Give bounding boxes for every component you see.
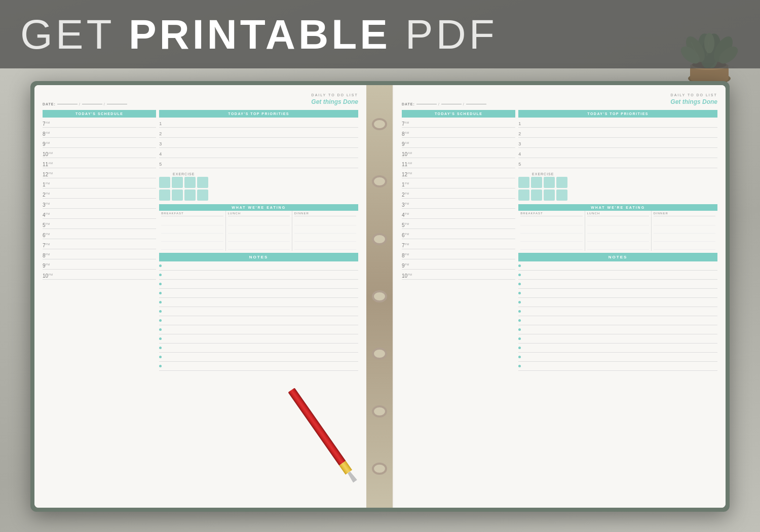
note-line (518, 271, 717, 280)
note-line (159, 261, 358, 271)
right-priorities-list: 12345 (518, 118, 717, 168)
left-date-label: DATE: (43, 102, 56, 106)
note-line (159, 280, 358, 289)
left-priorities-list: 12345 (159, 118, 358, 168)
left-meal-header: WHAT WE'RE EATING (159, 204, 358, 211)
time-entry: 2PM (402, 188, 515, 199)
note-line (518, 307, 717, 316)
note-line (159, 362, 358, 371)
right-priorities-header: TODAY'S TOP PRIORITIES (518, 110, 717, 118)
left-schedule-header: TODAY'S SCHEDULE (43, 110, 156, 118)
r-exercise-box-1 (518, 177, 529, 188)
right-notes-header: NOTES (518, 253, 717, 261)
right-meal-cols: BREAKFAST LUNCH (518, 211, 717, 251)
left-tagline: Get things Done (311, 98, 358, 105)
left-date-row: DATE: / / DAILY TO DO LIST Get things Do… (43, 93, 358, 107)
time-entry: 9PM (402, 259, 515, 270)
note-line (159, 298, 358, 307)
time-entry: 11AM (402, 158, 515, 168)
right-date-month (441, 104, 462, 104)
right-notes-lines (518, 261, 717, 371)
left-priorities-header: TODAY'S TOP PRIORITIES (159, 110, 358, 118)
priority-entry: 1 (518, 118, 717, 128)
right-date-field: DATE: / / (402, 102, 486, 106)
right-date-year (466, 104, 486, 104)
note-line (518, 353, 717, 362)
time-entry: 12PM (402, 168, 515, 178)
time-entry: 11AM (43, 158, 156, 168)
right-schedule-times: 7AM8AM9AM10AM11AM12PM1PM2PM3PM4PM5PM6PM7… (402, 118, 515, 503)
exercise-box-5 (159, 189, 170, 201)
title-suffix: PDF (391, 11, 498, 57)
r-exercise-box-4 (556, 177, 567, 188)
time-entry: 8PM (43, 249, 156, 259)
right-date-label: DATE: (402, 102, 415, 106)
exercise-box-4 (197, 177, 208, 188)
left-date-field: DATE: / / (43, 102, 127, 106)
right-meal-breakfast: BREAKFAST (518, 211, 585, 251)
priority-entry: 3 (159, 138, 358, 148)
header-banner: GET PRINTABLE PDF (0, 0, 760, 68)
time-entry: 12PM (43, 168, 156, 178)
title-prefix: GET (20, 11, 129, 57)
time-entry: 5PM (402, 219, 515, 229)
left-date-underline (57, 104, 78, 104)
ring-2 (372, 175, 387, 187)
time-entry: 8PM (402, 249, 515, 259)
exercise-box-7 (184, 189, 196, 201)
note-line (518, 289, 717, 298)
left-todo-title: DAILY TO DO LIST Get things Done (311, 93, 358, 106)
right-exercise-row1 (518, 177, 567, 188)
time-entry: 6PM (402, 229, 515, 239)
ring-4 (372, 290, 387, 302)
time-entry: 10AM (402, 148, 515, 158)
time-entry: 1PM (402, 178, 515, 188)
time-entry: 8AM (402, 128, 515, 138)
left-exercise-row2 (159, 189, 208, 201)
right-meal-section: WHAT WE'RE EATING BREAKFAST (518, 204, 717, 251)
note-line (518, 316, 717, 325)
right-todo-title: DAILY TO DO LIST Get things Done (670, 93, 717, 106)
note-line (159, 334, 358, 344)
time-entry: 4PM (43, 209, 156, 219)
left-exercise-label: EXERCISE (159, 172, 208, 176)
time-entry: 2PM (43, 188, 156, 199)
time-entry: 10AM (43, 148, 156, 158)
r-exercise-box-7 (544, 189, 555, 201)
left-date-month (82, 104, 102, 104)
right-date-row: DATE: / / DAILY TO DO LIST Get things Do… (402, 93, 717, 107)
time-entry: 3PM (43, 199, 156, 209)
header-title: GET PRINTABLE PDF (20, 11, 498, 58)
note-line (518, 298, 717, 307)
note-line (518, 325, 717, 334)
left-date-year (107, 104, 127, 104)
note-line (518, 334, 717, 344)
right-exercise-section: EXERCISE (518, 172, 717, 202)
ring-5 (372, 348, 387, 360)
note-line (518, 280, 717, 289)
priority-entry: 5 (159, 158, 358, 168)
time-entry: 5PM (43, 219, 156, 229)
left-exercise-row1 (159, 177, 208, 188)
note-line (518, 261, 717, 271)
exercise-box-6 (172, 189, 183, 201)
right-exercise-boxes: EXERCISE (518, 172, 567, 202)
time-entry: 9AM (43, 138, 156, 148)
priority-entry: 3 (518, 138, 717, 148)
right-meal-header: WHAT WE'RE EATING (518, 204, 717, 211)
note-line (518, 362, 717, 371)
right-notes-section: NOTES (518, 253, 717, 503)
exercise-box-1 (159, 177, 170, 188)
time-entry: 7PM (43, 239, 156, 249)
exercise-box-8 (197, 189, 208, 201)
right-schedule-col: TODAY'S SCHEDULE 7AM8AM9AM10AM11AM12PM1P… (402, 110, 515, 503)
ring-7 (372, 463, 387, 475)
left-meal-dinner: DINNER (292, 211, 358, 251)
note-line (159, 271, 358, 280)
priority-entry: 4 (518, 148, 717, 158)
left-exercise-section: EXERCISE (159, 172, 358, 202)
exercise-box-3 (184, 177, 196, 188)
right-right-col: TODAY'S TOP PRIORITIES 12345 EXERCISE (518, 110, 717, 503)
note-line (159, 353, 358, 362)
priority-entry: 5 (518, 158, 717, 168)
